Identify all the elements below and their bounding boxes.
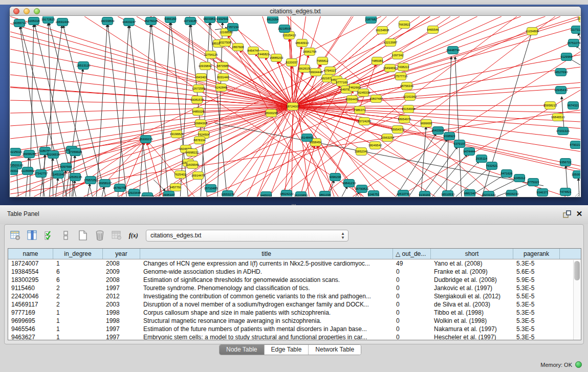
graph-node[interactable]: 1097342	[391, 52, 404, 59]
graph-node[interactable]: 18756341	[400, 82, 414, 90]
table-selector-dropdown[interactable]: citations_edges.txt ▲▼	[146, 230, 349, 242]
graph-edge[interactable]	[48, 23, 53, 196]
graph-node[interactable]: 11451940	[52, 171, 66, 179]
graph-node[interactable]: 2087682	[365, 16, 377, 24]
graph-node[interactable]: 7986372	[354, 106, 366, 114]
vertical-scrollbar[interactable]	[573, 260, 580, 340]
splitter-grip[interactable]	[292, 204, 297, 207]
graph-node[interactable]: 9356722	[559, 159, 572, 166]
graph-node[interactable]: 9882340	[464, 190, 476, 197]
graph-node[interactable]: 15276025	[144, 17, 158, 25]
column-header-out_de[interactable]: △ out_de...	[393, 249, 431, 259]
graph-node[interactable]: 15885203	[270, 54, 284, 62]
graph-node[interactable]: 8775023	[527, 179, 539, 186]
graph-node[interactable]: 10939842	[199, 62, 212, 70]
graph-node[interactable]: 19081537	[190, 96, 204, 104]
graph-edge[interactable]	[348, 52, 580, 196]
table-row[interactable]: 911546021997Tourette syndrome. Phenomeno…	[8, 284, 581, 292]
graph-edge[interactable]	[293, 67, 580, 106]
graph-node[interactable]: 10500123	[572, 171, 580, 179]
graph-node[interactable]: 9777169	[336, 79, 348, 86]
table-row[interactable]: 2242004622012Investigating the contribut…	[8, 292, 581, 300]
graph-node[interactable]: 15710485	[204, 185, 218, 192]
table-settings-icon[interactable]	[10, 230, 21, 241]
graph-node[interactable]: 8878334	[193, 137, 206, 144]
graph-node[interactable]: 8813054	[267, 16, 279, 24]
graph-node[interactable]: 9943403	[195, 74, 207, 81]
graph-node[interactable]: 7625402	[174, 171, 186, 179]
graph-node[interactable]: 9246751	[367, 191, 380, 197]
graph-node[interactable]: 20691406	[56, 18, 70, 26]
import-table-icon[interactable]	[111, 230, 122, 241]
graph-node[interactable]: 7955812	[316, 57, 329, 65]
table-row[interactable]: 946554611997Estimation of the future num…	[8, 325, 581, 333]
scrollbar-thumb[interactable]	[574, 261, 580, 280]
graph-edge[interactable]	[446, 57, 451, 196]
graph-node[interactable]: 10403247	[122, 18, 136, 26]
table-row[interactable]: 969969511998Structural magnetic resonanc…	[8, 317, 581, 325]
graph-node[interactable]: 15852341	[355, 148, 368, 156]
merge-tables-icon[interactable]	[60, 230, 72, 241]
graph-node[interactable]: 14998222	[185, 149, 199, 157]
graph-node[interactable]: 12945430	[554, 86, 568, 94]
graph-node[interactable]: 11154808	[526, 28, 539, 35]
graph-node[interactable]: 8220037	[286, 59, 298, 67]
graph-node[interactable]: 10963254	[381, 134, 395, 142]
graph-edge[interactable]	[340, 186, 347, 196]
graph-node[interactable]: 17201321	[556, 127, 570, 135]
graph-node[interactable]: 15148454	[300, 134, 314, 142]
graph-edge[interactable]	[317, 146, 335, 196]
graph-node[interactable]: 15724282	[358, 118, 372, 125]
graph-node[interactable]: 19904448	[309, 69, 323, 76]
table-row[interactable]: 1830029562008Estimation of significance …	[8, 276, 581, 284]
graph-node[interactable]: 16958107	[98, 180, 112, 187]
graph-node[interactable]: 9139002	[10, 167, 18, 175]
graph-node[interactable]: 2935114	[476, 155, 488, 163]
column-header-pagerank[interactable]: pagerank	[513, 249, 560, 259]
graph-node[interactable]: 9465012	[260, 192, 272, 197]
graph-edge[interactable]	[578, 178, 579, 196]
graph-edge[interactable]	[154, 180, 165, 191]
graph-node[interactable]: 26513120	[77, 62, 91, 70]
graph-node[interactable]: 10807487	[369, 95, 383, 103]
table-row[interactable]: 1872400712008Changes of HCN gene express…	[8, 259, 581, 268]
graph-edge[interactable]	[215, 123, 543, 186]
graph-node[interactable]: 9242848	[215, 84, 227, 92]
graph-node[interactable]: 9338923	[443, 133, 455, 140]
graph-edge[interactable]	[293, 105, 547, 106]
graph-edge[interactable]	[293, 87, 580, 106]
graph-node[interactable]: 6466160	[164, 16, 177, 23]
graph-node[interactable]: 18724007	[286, 103, 300, 111]
graph-node[interactable]: 16782759	[113, 184, 127, 192]
graph-node[interactable]: 9674321	[567, 102, 579, 110]
graph-node[interactable]: 18924220	[280, 190, 294, 197]
graph-node[interactable]: 19172825	[41, 16, 55, 24]
graph-node[interactable]: 9935107	[163, 191, 175, 197]
table-row[interactable]: 1938455462009Genome-wide association stu…	[8, 268, 581, 276]
graph-node[interactable]: 11171120	[570, 26, 580, 34]
graph-node[interactable]: 9346371	[536, 189, 549, 196]
graph-node[interactable]: 8471626	[500, 170, 513, 178]
new-table-icon[interactable]	[77, 230, 89, 241]
graph-node[interactable]: 17359924	[69, 148, 82, 156]
column-header-title[interactable]: title	[140, 249, 393, 259]
graph-node[interactable]: 2867608	[232, 43, 244, 51]
graph-node[interactable]: 6794023	[324, 67, 336, 75]
graph-node[interactable]: 9699695	[420, 120, 432, 127]
graph-node[interactable]: 15790821	[355, 185, 369, 193]
graph-edge[interactable]	[226, 68, 293, 106]
graph-node[interactable]: 18049542	[368, 142, 382, 149]
graph-node[interactable]: 12021448	[141, 193, 155, 197]
graph-node[interactable]: 20206536	[47, 151, 60, 159]
graph-node[interactable]: 16510530	[441, 191, 455, 197]
column-header-year[interactable]: year	[103, 249, 140, 259]
delete-table-icon[interactable]	[94, 230, 105, 241]
graph-node[interactable]: 9096238	[329, 173, 341, 181]
graph-node[interactable]: 9474444	[463, 148, 475, 156]
graph-node[interactable]: 12505135	[69, 173, 82, 181]
graph-node[interactable]: 8031440	[217, 74, 229, 81]
graph-node[interactable]: 10231320	[482, 191, 496, 197]
graph-node[interactable]: 17577716	[394, 73, 408, 80]
graph-node[interactable]: 6379197	[453, 140, 466, 148]
graph-node[interactable]: 7474821	[559, 188, 572, 196]
